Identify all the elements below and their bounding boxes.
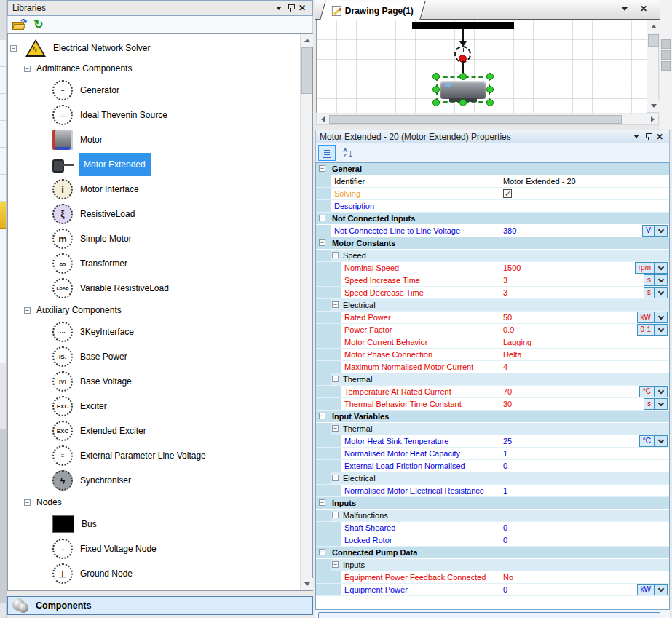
- property-motor-heat-sink-temperature[interactable]: Motor Heat Sink Temperature25°C: [316, 435, 669, 448]
- property-subcategory-malfunctions[interactable]: −Malfunctions: [316, 510, 669, 522]
- property-value[interactable]: 3s: [499, 274, 669, 286]
- dropdown-button[interactable]: [654, 585, 667, 595]
- property-value[interactable]: 70°C: [499, 386, 669, 397]
- collapse-expand-icon[interactable]: −: [332, 561, 339, 568]
- dock-tab[interactable]: [0, 148, 6, 175]
- tree-item-electrical-network-solver[interactable]: −ϟElectrical Network Solver: [8, 37, 300, 59]
- property-value[interactable]: 30s: [499, 398, 669, 410]
- property-speed-decrease-time[interactable]: Speed Decrease Time3s: [316, 287, 669, 299]
- collapse-expand-icon[interactable]: −: [332, 475, 339, 481]
- property-maximum-normalised-motor-current[interactable]: Maximum Normalised Motor Current4: [316, 361, 669, 373]
- property-equipment-power-feedback-connected[interactable]: Equipment Power Feedback ConnectedNo: [316, 571, 669, 584]
- tree-item-variable-resistiveload[interactable]: LOADVariable ResistiveLoad: [8, 276, 300, 301]
- resize-handle-ne[interactable]: [486, 73, 494, 80]
- dock-tab[interactable]: [0, 40, 6, 67]
- tree-item-nodes[interactable]: −Nodes: [8, 493, 300, 512]
- tree-item-motor[interactable]: Motor: [8, 127, 300, 152]
- tree-item-motor-interface[interactable]: iMotor Interface: [8, 177, 300, 202]
- collapse-expand-icon[interactable]: −: [10, 45, 17, 52]
- auto-hide-pin-button[interactable]: [642, 132, 654, 142]
- dock-tab[interactable]: [0, 67, 6, 94]
- dock-tab[interactable]: [0, 229, 6, 255]
- tab-list-menu-button[interactable]: [619, 4, 631, 14]
- resize-handle-se[interactable]: [486, 99, 494, 106]
- splitter-nub[interactable]: [661, 50, 671, 60]
- solving-checkbox[interactable]: [503, 189, 512, 198]
- property-category-motor-constants[interactable]: −Motor Constants: [316, 237, 669, 250]
- collapse-expand-icon[interactable]: −: [332, 425, 339, 432]
- property-value[interactable]: Delta: [499, 349, 669, 360]
- tree-scrollbar[interactable]: [300, 34, 312, 590]
- property-value[interactable]: Lagging: [499, 336, 669, 348]
- tree-item-generator[interactable]: ~Generator: [8, 78, 300, 103]
- collapse-expand-icon[interactable]: −: [319, 499, 325, 506]
- tree-item-ground-node[interactable]: ⊥Ground Node: [8, 561, 300, 586]
- property-value[interactable]: 1: [499, 448, 669, 459]
- property-value[interactable]: [499, 200, 669, 212]
- collapse-expand-icon[interactable]: −: [332, 301, 339, 308]
- bus-component[interactable]: [412, 22, 514, 29]
- property-power-factor[interactable]: Power Factor0.90-1: [316, 324, 669, 336]
- property-value[interactable]: 380V: [499, 225, 669, 237]
- tree-item-base-power[interactable]: IS.Base Power: [8, 344, 300, 369]
- property-category-not-connected-inputs[interactable]: −Not Connected Inputs: [316, 213, 669, 225]
- close-panel-button[interactable]: ✕: [654, 132, 665, 142]
- property-motor-phase-connection[interactable]: Motor Phase ConnectionDelta: [316, 349, 669, 361]
- property-value[interactable]: 4: [499, 361, 669, 373]
- connection-wire[interactable]: [462, 29, 464, 42]
- dropdown-button[interactable]: [654, 275, 667, 285]
- property-value[interactable]: 50kW: [499, 312, 669, 323]
- dock-tab[interactable]: [0, 121, 6, 148]
- property-value[interactable]: 0: [499, 534, 669, 546]
- property-value[interactable]: 1: [499, 485, 669, 496]
- dock-tab[interactable]: [0, 336, 6, 363]
- collapse-expand-icon[interactable]: −: [24, 66, 31, 72]
- property-category-connected-pump-data[interactable]: −Connected Pump Data: [316, 547, 669, 559]
- property-subcategory-thermal[interactable]: −Thermal: [316, 423, 669, 435]
- tree-item-transformer[interactable]: ∞Transformer: [8, 251, 300, 276]
- scrollbar-thumb[interactable]: [301, 47, 312, 94]
- categorized-view-button[interactable]: [318, 145, 336, 161]
- property-identifier[interactable]: IdentifierMotor Extended - 20: [316, 175, 669, 188]
- scrollbar-thumb[interactable]: [648, 34, 659, 47]
- property-value[interactable]: 0.90-1: [499, 324, 669, 336]
- property-subcategory-thermal[interactable]: −Thermal: [316, 373, 669, 386]
- components-bar[interactable]: Components: [7, 596, 313, 615]
- motor-extended-component[interactable]: [440, 81, 486, 99]
- property-shaft-sheared[interactable]: Shaft Sheared0: [316, 522, 669, 534]
- property-normalised-motor-heat-capacity[interactable]: Normalised Motor Heat Capacity1: [316, 448, 669, 460]
- scroll-left-button[interactable]: [317, 114, 328, 124]
- property-category-inputs[interactable]: −Inputs: [316, 497, 669, 510]
- scroll-up-button[interactable]: [301, 34, 313, 47]
- resize-handle-e[interactable]: [486, 86, 494, 93]
- tree-item-simple-motor[interactable]: mSimple Motor: [8, 226, 300, 251]
- property-value[interactable]: 3s: [499, 287, 669, 298]
- tree-item-admittance-components[interactable]: −Admittance Components: [8, 59, 300, 78]
- property-rated-power[interactable]: Rated Power50kW: [316, 312, 669, 324]
- scrollbar-thumb[interactable]: [329, 115, 622, 124]
- collapse-expand-icon[interactable]: −: [319, 239, 325, 246]
- dock-tab[interactable]: [0, 309, 6, 336]
- property-value[interactable]: 0: [499, 522, 669, 534]
- collapse-expand-icon[interactable]: −: [319, 549, 325, 555]
- dropdown-button[interactable]: [654, 288, 667, 298]
- collapse-expand-icon[interactable]: −: [332, 376, 339, 382]
- tree-item-resistiveload[interactable]: ξResistiveLoad: [8, 202, 300, 226]
- canvas-horizontal-scrollbar[interactable]: [316, 114, 659, 125]
- property-value[interactable]: 1500rpm: [499, 262, 669, 274]
- tree-item-extended-exciter[interactable]: EXCExtended Exciter: [8, 419, 300, 443]
- resize-handle-s[interactable]: [459, 99, 467, 106]
- dropdown-button[interactable]: [654, 387, 667, 397]
- property-subcategory-electrical[interactable]: −Electrical: [316, 472, 669, 485]
- property-normalised-motor-electrical-resistance[interactable]: Normalised Motor Electrical Resistance1: [316, 485, 669, 497]
- tree-item-bus[interactable]: Bus: [8, 512, 300, 536]
- tree-item-auxiliary-components[interactable]: −Auxiliary Components: [8, 301, 300, 320]
- property-value[interactable]: Motor Extended - 20: [499, 175, 669, 187]
- collapse-expand-icon[interactable]: −: [319, 413, 325, 419]
- dropdown-button[interactable]: [654, 436, 667, 446]
- collapse-expand-icon[interactable]: −: [24, 307, 31, 314]
- resize-handle-sw[interactable]: [432, 99, 440, 106]
- scroll-down-button[interactable]: [301, 578, 313, 590]
- dropdown-button[interactable]: [654, 312, 667, 322]
- property-category-input-variables[interactable]: −Input Variables: [316, 411, 669, 423]
